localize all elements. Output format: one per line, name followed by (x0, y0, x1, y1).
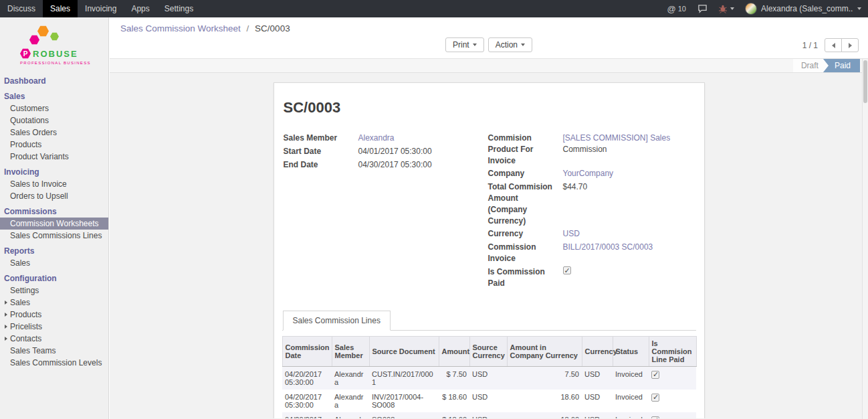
field-currency: Currency USD (488, 228, 696, 240)
cell-source-currency: USD (469, 390, 507, 412)
sidebar-item-orders-to-upsell[interactable]: Orders to Upsell (0, 190, 108, 202)
sidebar-item-product-variants[interactable]: Product Variants (0, 151, 108, 163)
sidebar-item-contacts[interactable]: Contacts (0, 333, 108, 345)
cell-sales-member: Alexandra (332, 390, 369, 412)
breadcrumb-separator: / (247, 23, 249, 33)
topbar-right: @ 10 Alexandra (Sales_comm... (661, 0, 868, 17)
sidebar-item-sales-to-invoice[interactable]: Sales to Invoice (0, 178, 108, 190)
scrollbar-thumb[interactable] (863, 60, 867, 103)
is-commission-paid-checkbox[interactable] (563, 266, 571, 274)
nav-invoicing[interactable]: Invoicing (78, 0, 124, 17)
table-row[interactable]: 04/20/2017 10:35:53 Alexandra SO008 $ 18… (282, 412, 696, 418)
sidebar-item-sales-teams[interactable]: Sales Teams (0, 345, 108, 357)
sidebar-item-label: Customers (10, 104, 49, 113)
commission-product-value: [SALES COMMISSION] Sales Commission (563, 133, 696, 166)
sidebar-item-config-sales[interactable]: Sales (0, 297, 108, 309)
commission-invoice-link[interactable]: BILL/2017/0003 SC/0003 (563, 242, 653, 264)
expand-icon (5, 301, 7, 305)
line-paid-checkbox[interactable] (651, 394, 659, 402)
table-row[interactable]: 04/20/2017 05:30:00 Alexandra CUST.IN/20… (282, 367, 696, 390)
commission-product-link[interactable]: [SALES COMMISSION] Sales (563, 133, 671, 143)
sidebar-heading-commissions[interactable]: Commissions (0, 205, 108, 218)
chevron-down-icon (473, 44, 477, 46)
sidebar-item-label: Sales to Invoice (10, 179, 67, 189)
cell-amount-company: 18.60 (507, 390, 582, 412)
pager-next-button[interactable] (841, 38, 859, 52)
sidebar-heading-reports[interactable]: Reports (0, 245, 108, 257)
field-sales-member: Sales Member Alexandra (284, 133, 479, 144)
sidebar-heading-invoicing[interactable]: Invoicing (0, 166, 108, 178)
sidebar-item-sales-commissions-lines[interactable]: Sales Commissions Lines (0, 230, 108, 242)
sidebar-item-label: Orders to Upsell (10, 191, 68, 201)
print-button[interactable]: Print (445, 37, 484, 52)
field-label: Commission Invoice (488, 242, 563, 264)
sidebar-heading-sales[interactable]: Sales (0, 90, 108, 102)
nav-discuss[interactable]: Discuss (0, 0, 43, 17)
sidebar-item-label: Sales Teams (10, 346, 56, 355)
field-commission-product: Commision Product For Invoice [SALES COM… (488, 133, 696, 166)
nav-apps[interactable]: Apps (124, 0, 156, 17)
sidebar-item-products[interactable]: Products (0, 139, 108, 151)
sidebar-item-label: Product Variants (10, 152, 69, 161)
line-paid-checkbox[interactable] (651, 416, 659, 418)
messages-menu[interactable] (692, 0, 713, 17)
sidebar-heading-dashboard[interactable]: Dashboard (0, 75, 108, 87)
cell-status: Invoiced (613, 390, 649, 412)
expand-icon (5, 337, 7, 341)
sidebar-item-customers[interactable]: Customers (0, 102, 108, 114)
cell-line-paid (649, 412, 696, 418)
debug-icon (718, 4, 728, 13)
field-label: End Date (284, 159, 358, 171)
sidebar-heading-configuration[interactable]: Configuration (0, 272, 108, 284)
tab-sales-commission-lines[interactable]: Sales Commission Lines (283, 311, 391, 331)
sidebar-item-settings[interactable]: Settings (0, 284, 108, 297)
currency-link[interactable]: USD (563, 228, 580, 240)
col-status: Status (613, 337, 649, 367)
cell-source-document: CUST.IN/2017/0001 (369, 367, 439, 390)
sidebar-item-quotations[interactable]: Quotations (0, 114, 108, 127)
sidebar-item-sales-orders[interactable]: Sales Orders (0, 127, 108, 139)
nav-sales[interactable]: Sales (43, 0, 78, 17)
activities-menu[interactable]: @ 10 (661, 4, 692, 14)
cell-amount: $ 18.60 (439, 412, 469, 418)
field-total-commission-amount: Total Commision Amount (Company Currency… (488, 181, 696, 226)
col-source-document: Source Document (369, 337, 439, 367)
activity-count-badge: 10 (678, 5, 686, 13)
form-view: SC/0003 Sales Member Alexandra Start Dat… (110, 73, 868, 418)
breadcrumb-parent[interactable]: Sales Commission Worksheet (120, 23, 241, 33)
sidebar-item-label: Sales Commission Levels (10, 358, 102, 367)
nav-settings[interactable]: Settings (157, 0, 201, 17)
sidebar-item-label: Products (10, 140, 41, 149)
cell-source-document: INV/2017/0004-SO008 (369, 390, 439, 412)
pager-previous-button[interactable] (825, 38, 842, 52)
cell-currency: USD (582, 412, 613, 418)
sidebar-item-commission-worksheets[interactable]: Commission Worksheets (0, 218, 108, 230)
table-row[interactable]: 04/20/2017 05:30:00 Alexandra INV/2017/0… (282, 390, 696, 412)
debug-menu[interactable] (713, 0, 740, 17)
field-label: Start Date (284, 146, 358, 157)
vertical-scrollbar (862, 59, 868, 419)
field-label: Sales Member (284, 133, 358, 144)
sidebar-item-sales-commission-levels[interactable]: Sales Commission Levels (0, 357, 108, 369)
user-name: Alexandra (Sales_comm... (761, 4, 853, 13)
status-paid[interactable]: Paid (823, 59, 860, 72)
user-menu[interactable]: Alexandra (Sales_comm... (740, 0, 868, 17)
cell-commission-date: 04/20/2017 05:30:00 (282, 367, 332, 390)
sales-member-link[interactable]: Alexandra (358, 133, 395, 144)
sidebar-item-config-products[interactable]: Products (0, 309, 108, 321)
sidebar-item-reports-sales[interactable]: Sales (0, 257, 108, 269)
action-button[interactable]: Action (488, 37, 532, 52)
line-paid-checkbox[interactable] (651, 371, 659, 379)
company-link[interactable]: YourCompany (563, 168, 614, 179)
chevron-right-icon (849, 43, 852, 48)
sidebar-item-label: Products (10, 310, 41, 319)
cell-amount-company: 18.60 (507, 412, 582, 418)
sidebar-item-label: Pricelists (10, 322, 42, 331)
col-currency: Currency (582, 337, 613, 367)
field-groups: Sales Member Alexandra Start Date 04/01/… (284, 133, 696, 290)
sidebar-item-label: Contacts (10, 334, 41, 343)
sidebar-item-pricelists[interactable]: Pricelists (0, 321, 108, 333)
cell-commission-date: 04/20/2017 05:30:00 (282, 390, 332, 412)
status-draft[interactable]: Draft (793, 59, 829, 72)
cell-currency: USD (582, 390, 613, 412)
